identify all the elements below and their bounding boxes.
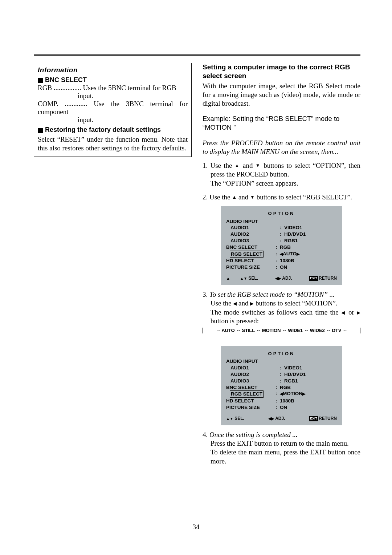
restore-title: Restoring the factory default settings <box>45 126 161 134</box>
step-2: 2. Use the and buttons to select “RGB SE… <box>203 193 360 202</box>
bnc-rgb-def2: input. <box>38 92 188 100</box>
osd-selected-item: RGB SELECT <box>230 390 264 398</box>
square-bullet-icon <box>38 78 43 83</box>
square-bullet-icon <box>38 128 43 133</box>
information-box: Information BNC SELECT RGB .............… <box>34 63 192 157</box>
step-3: 3. To set the RGB select mode to “MOTION… <box>203 290 360 325</box>
bnc-rgb-def: RGB ................ Uses the 5BNC termi… <box>38 84 188 92</box>
right-arrow-icon <box>357 308 360 316</box>
osd-screen-2: OPTION AUDIO INPUT AUDIO1:VIDEO1 AUDIO2:… <box>221 346 342 425</box>
example-line: Example: Setting the “RGB SELECT” mode t… <box>203 114 360 132</box>
up-arrow-icon <box>235 162 240 169</box>
osd-footer: ▲▼ SEL. ◀▶ ADJ. EXITRETURN <box>226 416 337 422</box>
restore-body: Select “RESET” under the function menu. … <box>38 135 188 153</box>
osd-screen-1: OPTION AUDIO INPUT AUDIO1:VIDEO1 AUDIO2:… <box>221 206 342 285</box>
section-heading: Setting a computer image to the correct … <box>203 63 360 80</box>
step-1: 1. Use the and buttons to select “OPTION… <box>203 161 360 188</box>
down-arrow-icon <box>256 162 261 169</box>
osd-selected-item: RGB SELECT <box>230 251 264 258</box>
bnc-select-heading: BNC SELECT <box>38 76 188 84</box>
top-rule <box>34 54 360 56</box>
osd-title: OPTION <box>226 210 337 216</box>
osd-title: OPTION <box>226 351 337 357</box>
left-arrow-icon <box>341 308 346 316</box>
left-arrow-icon <box>233 299 237 307</box>
mode-sequence: → AUTO ↔ STILL ↔ MOTION ↔ WIDE1 ↔ WIDE2 … <box>203 328 360 335</box>
step-4: 4. Once the setting is completed ... Pre… <box>203 430 360 466</box>
osd-footer: ▲ ▲▼ SEL. ◀▶ ADJ. EXITRETURN <box>226 276 337 281</box>
up-arrow-icon <box>232 193 237 201</box>
proceed-instruction: Press the PROCEED button on the remote c… <box>203 139 360 157</box>
intro-paragraph: With the computer image, select the RGB … <box>203 82 360 108</box>
information-header: Information <box>38 66 188 74</box>
right-arrow-icon <box>250 299 254 307</box>
bnc-comp-def2: input. <box>38 116 188 124</box>
bnc-select-title: BNC SELECT <box>45 76 87 84</box>
restore-heading: Restoring the factory default settings <box>38 126 188 134</box>
page-number: 34 <box>0 523 392 531</box>
bnc-comp-def: COMP. ............. Use the 3BNC termina… <box>38 100 188 116</box>
down-arrow-icon <box>250 193 255 201</box>
